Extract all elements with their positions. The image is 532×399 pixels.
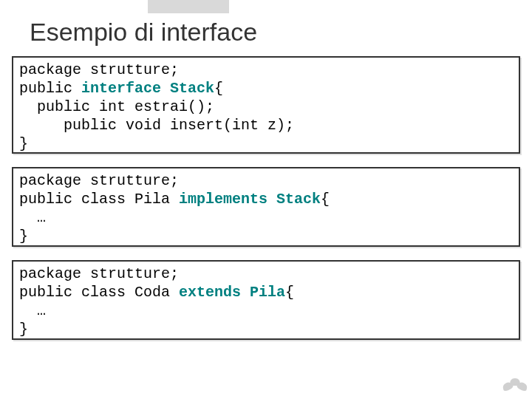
slide-title: Esempio di interface — [30, 18, 257, 47]
code-line: } — [19, 321, 28, 338]
code-line: { — [214, 80, 223, 97]
code-line: public class Coda — [19, 284, 179, 301]
code-line: } — [19, 228, 28, 245]
code-box-interface: package strutture; public interface Stac… — [12, 56, 520, 154]
code-line: … — [19, 302, 46, 319]
code-box-coda: package strutture; public class Coda ext… — [12, 260, 520, 340]
code-line: public int estrai(); — [19, 98, 214, 115]
slide: Esempio di interface package strutture; … — [0, 0, 532, 399]
code-line: package strutture; — [19, 172, 179, 189]
keyword: implements Stack — [179, 191, 321, 208]
code-line: package strutture; — [19, 61, 179, 78]
code-line: { — [321, 191, 330, 208]
keyword: interface Stack — [81, 80, 214, 97]
corner-decoration-icon — [502, 375, 528, 395]
code-box-pila: package strutture; public class Pila imp… — [12, 167, 520, 247]
code-line: package strutture; — [19, 265, 179, 282]
code-line: public class Pila — [19, 191, 179, 208]
code-line: { — [285, 284, 294, 301]
code-line: } — [19, 135, 28, 152]
code-line: public void insert(int z); — [19, 117, 294, 134]
code-line: public — [19, 80, 81, 97]
keyword: extends Pila — [179, 284, 285, 301]
code-line: … — [19, 209, 46, 226]
decorative-band — [148, 0, 229, 13]
